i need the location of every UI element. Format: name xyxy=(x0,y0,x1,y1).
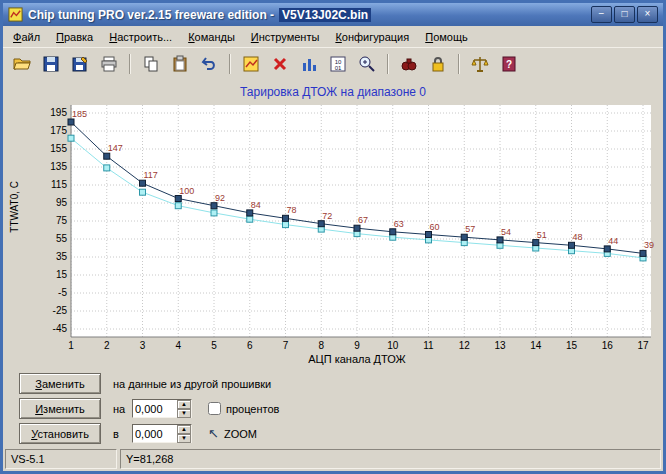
set-button[interactable]: Установить xyxy=(19,423,101,444)
lock-button[interactable] xyxy=(424,50,452,78)
svg-text:54: 54 xyxy=(501,227,511,237)
lock-icon xyxy=(429,55,447,73)
app-icon xyxy=(8,7,23,22)
svg-text:1: 1 xyxy=(68,340,74,351)
chart-title: Тарировка ДТОЖ на диапазоне 0 xyxy=(9,85,657,99)
svg-text:-45: -45 xyxy=(53,323,68,334)
menubar: Файл Правка Настроить... Команды Инструм… xyxy=(3,26,663,47)
svg-text:55: 55 xyxy=(56,233,68,244)
menu-item-edit[interactable]: Правка xyxy=(48,28,101,46)
svg-text:155: 155 xyxy=(50,143,67,154)
delete-button[interactable] xyxy=(266,50,294,78)
svg-text:185: 185 xyxy=(72,109,87,119)
save-as-button[interactable] xyxy=(66,50,94,78)
modify-button[interactable]: Изменить xyxy=(19,398,101,419)
save-icon xyxy=(42,55,60,73)
svg-text:175: 175 xyxy=(50,125,67,136)
copy-icon xyxy=(142,55,160,73)
toolbar-separator xyxy=(458,54,460,74)
bars-icon xyxy=(300,55,318,73)
modify-spin-up-icon[interactable]: ▲ xyxy=(177,400,191,409)
save-button[interactable] xyxy=(37,50,65,78)
open-button[interactable] xyxy=(8,50,36,78)
paste-button[interactable] xyxy=(166,50,194,78)
svg-text:12: 12 xyxy=(459,340,471,351)
copy-button[interactable] xyxy=(137,50,165,78)
calibration-button[interactable] xyxy=(237,50,265,78)
zoom-label: ZOOM xyxy=(224,428,257,440)
modify-value-input[interactable] xyxy=(133,400,177,417)
svg-text:10: 10 xyxy=(387,340,399,351)
bars-button[interactable] xyxy=(295,50,323,78)
chart-plot[interactable]: 1951751551351159575553515-5-25-451234567… xyxy=(23,101,657,353)
replace-caption: на данные из другой прошивки xyxy=(113,378,271,390)
menu-item-file[interactable]: Файл xyxy=(5,28,48,46)
toolbar: 10 01 xyxy=(3,47,663,79)
svg-text:67: 67 xyxy=(358,215,368,225)
minimize-icon: − xyxy=(599,8,605,19)
window-filename: V5V13J02C.bin xyxy=(279,8,371,22)
svg-text:115: 115 xyxy=(51,179,67,190)
help-button[interactable]: ? xyxy=(495,50,523,78)
svg-text:78: 78 xyxy=(287,205,297,215)
controls-panel: Заменить на данные из другой прошивки Из… xyxy=(3,368,663,448)
menu-item-help[interactable]: Помощь xyxy=(417,28,476,46)
svg-text:6: 6 xyxy=(247,340,253,351)
minimize-button[interactable]: − xyxy=(591,6,612,23)
menu-item-configuration[interactable]: Конфигурация xyxy=(327,28,417,46)
svg-text:8: 8 xyxy=(318,340,324,351)
set-spin-down-icon[interactable]: ▼ xyxy=(177,434,191,443)
svg-text:57: 57 xyxy=(465,224,475,234)
window-title: Chip tuning PRO ver.2.15 freeware editio… xyxy=(28,8,274,22)
maximize-button[interactable]: □ xyxy=(614,6,635,23)
menu-item-commands[interactable]: Команды xyxy=(180,28,243,46)
replace-button[interactable]: Заменить xyxy=(19,373,101,394)
svg-text:15: 15 xyxy=(56,269,68,280)
set-value-input[interactable] xyxy=(133,425,177,442)
svg-text:117: 117 xyxy=(144,170,158,180)
zoom-arrow-icon: ↖ xyxy=(208,426,219,441)
menu-item-tools[interactable]: Инструменты xyxy=(243,28,328,46)
svg-text:135: 135 xyxy=(50,161,67,172)
svg-text:?: ? xyxy=(506,59,512,70)
scales-button[interactable] xyxy=(466,50,494,78)
help-book-icon: ? xyxy=(500,55,518,73)
modify-row: Изменить на ▲ ▼ процентов xyxy=(19,396,663,421)
compare-button[interactable] xyxy=(395,50,423,78)
svg-text:14: 14 xyxy=(530,340,542,351)
modify-spin-down-icon[interactable]: ▼ xyxy=(177,409,191,418)
svg-text:95: 95 xyxy=(56,197,68,208)
binary-table-button[interactable]: 10 01 xyxy=(324,50,352,78)
set-spin-up-icon[interactable]: ▲ xyxy=(177,425,191,434)
set-spinbox: ▲ ▼ xyxy=(132,424,192,443)
undo-button[interactable] xyxy=(195,50,223,78)
replace-row: Заменить на данные из другой прошивки xyxy=(19,371,663,396)
close-icon: × xyxy=(645,8,651,19)
percent-label: процентов xyxy=(226,403,279,415)
svg-text:13: 13 xyxy=(494,340,506,351)
svg-text:48: 48 xyxy=(573,232,583,242)
percent-checkbox[interactable] xyxy=(208,402,221,415)
paste-icon xyxy=(171,55,189,73)
undo-icon xyxy=(200,55,218,73)
set-row: Установить в ▲ ▼ ↖ ZOOM xyxy=(19,421,663,446)
svg-text:-25: -25 xyxy=(53,305,68,316)
svg-text:63: 63 xyxy=(394,219,404,229)
svg-text:44: 44 xyxy=(608,236,618,246)
titlebar[interactable]: Chip tuning PRO ver.2.15 freeware editio… xyxy=(3,3,663,26)
statusbar: VS-5.1 Y=81,268 xyxy=(3,448,663,471)
svg-text:147: 147 xyxy=(108,143,123,153)
svg-text:75: 75 xyxy=(56,215,68,226)
toolbar-separator xyxy=(129,54,131,74)
print-button[interactable] xyxy=(95,50,123,78)
save-as-icon xyxy=(71,55,89,73)
zoom-button[interactable] xyxy=(353,50,381,78)
close-button[interactable]: × xyxy=(637,6,658,23)
open-icon xyxy=(13,55,31,73)
chart-section: Тарировка ДТОЖ на диапазоне 0 TTWAT0, C … xyxy=(3,79,663,368)
set-prefix-label: в xyxy=(113,428,127,440)
svg-text:2: 2 xyxy=(104,340,110,351)
svg-text:11: 11 xyxy=(423,340,434,351)
toolbar-separator xyxy=(387,54,389,74)
menu-item-configure[interactable]: Настроить... xyxy=(101,28,180,46)
